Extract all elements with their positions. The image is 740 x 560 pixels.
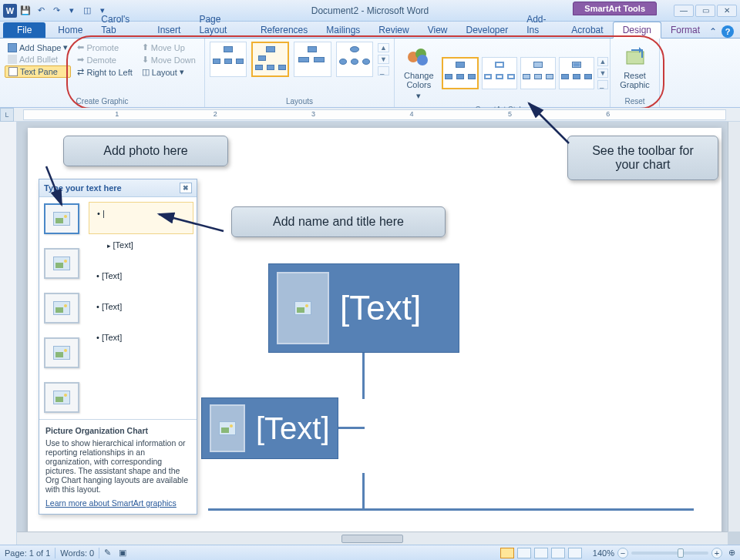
style-scroll-up[interactable]: ▲ [597, 57, 609, 66]
layout-option-2[interactable] [251, 42, 289, 77]
restore-button[interactable]: ▭ [695, 5, 715, 17]
tab-references[interactable]: References [251, 22, 317, 38]
tab-home[interactable]: Home [49, 22, 92, 38]
vertical-ruler [0, 122, 17, 545]
add-shape-button[interactable]: Add Shape ▾ [5, 42, 71, 53]
layout-option-4[interactable] [336, 42, 373, 77]
text-pane-item-5[interactable]: [Text] [89, 327, 193, 357]
layout-more[interactable]: ⎯ [378, 66, 389, 75]
layout-option-1[interactable] [210, 42, 247, 77]
save-icon[interactable]: 💾 [18, 4, 32, 18]
tab-selector[interactable]: L [0, 108, 14, 122]
text-pane-item-1[interactable]: | [89, 202, 193, 234]
move-up-button[interactable]: ⬆ Move Up [139, 42, 199, 53]
tab-addins[interactable]: Add-Ins [517, 12, 562, 38]
svg-rect-3 [627, 52, 644, 64]
move-down-button[interactable]: ⬇ Move Down [139, 54, 199, 65]
text-pane-learn-link[interactable]: Learn more about SmartArt graphics [45, 498, 190, 508]
tab-mailings[interactable]: Mailings [317, 22, 369, 38]
ribbon-minimize-icon[interactable]: ⌃ [709, 26, 717, 37]
view-outline[interactable] [551, 548, 565, 558]
smartart-node-1[interactable]: [Text] [268, 263, 459, 353]
text-pane-item-2[interactable]: [Text] [89, 234, 193, 265]
style-scroll-down[interactable]: ▼ [597, 69, 609, 78]
text-pane-item-4[interactable]: [Text] [89, 296, 193, 327]
horizontal-scrollbar[interactable] [17, 531, 728, 545]
horizontal-ruler: L 1 2 3 4 5 6 [0, 108, 740, 122]
tab-review[interactable]: Review [369, 22, 418, 38]
text-pane-title: Type your text here [44, 183, 122, 193]
style-option-3[interactable] [520, 57, 556, 89]
tab-developer[interactable]: Developer [456, 22, 517, 38]
status-page[interactable]: Page: 1 of 1 [5, 548, 50, 558]
svg-point-2 [417, 55, 428, 65]
layout-scroll-down[interactable]: ▼ [378, 55, 389, 64]
style-option-2[interactable] [482, 57, 517, 89]
minimize-button[interactable]: — [674, 5, 694, 17]
promote-button[interactable]: ⬅ Promote [74, 42, 135, 53]
tab-insert[interactable]: Insert [148, 22, 190, 38]
connector-2 [338, 427, 365, 429]
status-words[interactable]: Words: 0 [60, 548, 94, 558]
tab-view[interactable]: View [419, 22, 457, 38]
smartart-node-2[interactable]: [Text] [201, 397, 338, 459]
undo-icon[interactable]: ↶ [34, 4, 48, 18]
smartart-picture-2[interactable] [210, 404, 245, 452]
text-pane[interactable]: Type your text here ✖ | [Text] [Text] [T… [39, 179, 197, 515]
layout-button[interactable]: ◫ Layout ▾ [139, 66, 199, 78]
reset-graphic-button[interactable]: Reset Graphic [615, 42, 654, 92]
smartart-picture-1[interactable] [277, 272, 329, 344]
callout-toolbar: See the toolbar for your chart [567, 136, 718, 180]
tab-design[interactable]: Design [613, 22, 661, 39]
text-pane-thumb-2[interactable] [44, 248, 79, 279]
qat-icon[interactable]: ▾ [65, 4, 79, 18]
connector-4 [208, 508, 694, 511]
context-tab-label: SmartArt Tools [573, 2, 657, 15]
help-icon[interactable]: ? [722, 25, 734, 38]
smartart-text-1[interactable]: [Text] [340, 289, 421, 327]
zoom-fit-icon[interactable]: ⊕ [728, 548, 735, 558]
window-title: Document2 - Microsoft Word [311, 5, 429, 16]
text-pane-button[interactable]: Text Pane [5, 65, 71, 78]
zoom-slider[interactable] [631, 552, 708, 555]
zoom-out-button[interactable]: − [617, 548, 628, 558]
view-web[interactable] [534, 548, 548, 558]
tab-acrobat[interactable]: Acrobat [562, 22, 612, 38]
text-pane-close-icon[interactable]: ✖ [180, 183, 192, 193]
text-pane-item-3[interactable]: [Text] [89, 265, 193, 296]
tab-format[interactable]: Format [661, 22, 709, 38]
text-pane-thumb-1[interactable] [44, 203, 79, 234]
connector-3 [362, 473, 365, 510]
tab-page-layout[interactable]: Page Layout [190, 12, 251, 38]
style-option-4[interactable] [559, 57, 594, 89]
add-bullet-button[interactable]: Add Bullet [5, 54, 71, 65]
view-print-layout[interactable] [500, 548, 514, 558]
view-draft[interactable] [568, 548, 582, 558]
change-colors-button[interactable]: Change Colors ▾ [399, 42, 439, 104]
right-to-left-button[interactable]: ⇄ Right to Left [74, 66, 135, 78]
tab-carols[interactable]: Carol's Tab [92, 12, 148, 38]
redo-icon[interactable]: ↷ [49, 4, 63, 18]
vertical-scrollbar[interactable] [728, 122, 740, 531]
status-proof-icon[interactable]: ✎ [104, 548, 111, 558]
callout-photo: Add photo here [63, 136, 228, 166]
text-pane-thumb-3[interactable] [44, 293, 79, 324]
connector [362, 353, 365, 399]
ribbon-tabs: File Home Carol's Tab Insert Page Layout… [0, 22, 740, 39]
style-more[interactable]: ⎯ [597, 80, 609, 89]
layout-scroll-up[interactable]: ▲ [378, 43, 389, 52]
smartart-text-2[interactable]: [Text] [256, 411, 330, 446]
text-pane-thumb-5[interactable] [44, 382, 79, 413]
status-macro-icon[interactable]: ▣ [119, 548, 126, 558]
close-button[interactable]: ✕ [717, 5, 737, 17]
view-full-screen[interactable] [517, 548, 531, 558]
file-tab[interactable]: File [3, 22, 45, 38]
style-option-1[interactable] [442, 57, 479, 89]
word-icon: W [3, 4, 17, 18]
text-pane-thumb-4[interactable] [44, 337, 79, 368]
layout-option-3[interactable] [294, 42, 331, 77]
ribbon: Add Shape ▾ Add Bullet Text Pane ⬅ Promo… [0, 39, 740, 108]
zoom-in-button[interactable]: + [711, 548, 722, 558]
demote-button[interactable]: ➡ Demote [74, 54, 135, 65]
zoom-level[interactable]: 140% [593, 548, 614, 558]
